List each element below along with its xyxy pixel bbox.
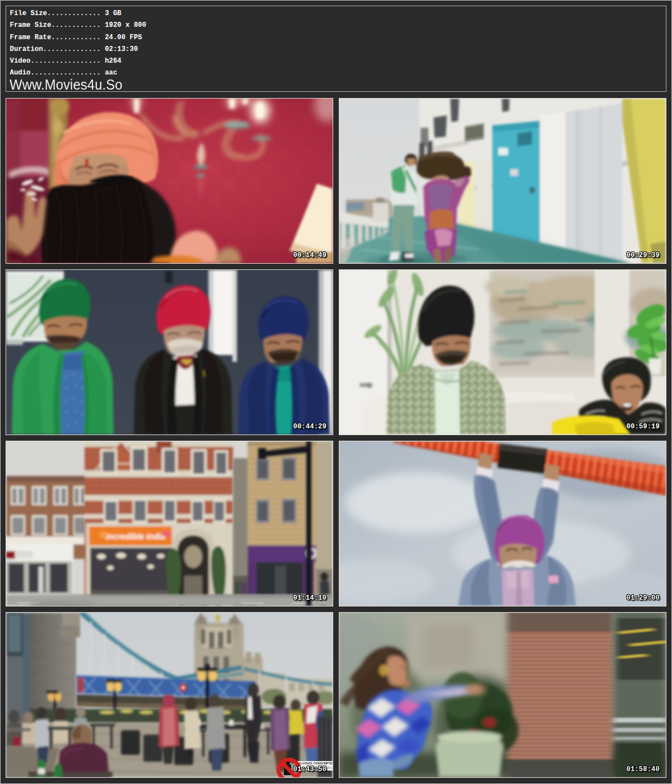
svg-text:Incredible India: Incredible India xyxy=(106,532,165,541)
svg-text:ALCOHOL CONSUMPTION IS INJURI: ALCOHOL CONSUMPTION IS INJURI xyxy=(298,762,333,765)
